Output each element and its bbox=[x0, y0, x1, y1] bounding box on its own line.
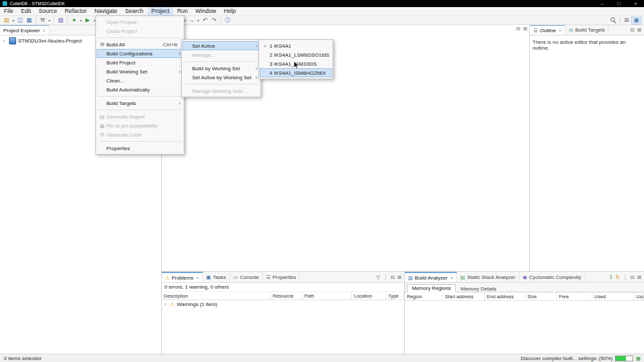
export-icon[interactable]: ↧ bbox=[609, 274, 613, 280]
menu-run[interactable]: Run bbox=[173, 7, 192, 15]
menu-item-set-active-by-working-set[interactable]: Set Active by Working Set › bbox=[182, 73, 260, 82]
chevron-right-icon[interactable]: › bbox=[3, 38, 7, 44]
view-menu-icon[interactable]: ⋮ bbox=[623, 274, 628, 280]
console-icon: ▭ bbox=[233, 274, 239, 280]
column-usage[interactable]: Usage (%) bbox=[634, 292, 644, 300]
column-start-address[interactable]: Start address bbox=[443, 292, 485, 300]
column-free[interactable]: Free bbox=[557, 292, 592, 300]
close-button[interactable]: × bbox=[627, 0, 644, 7]
forward-dropdown-icon[interactable]: ▾ bbox=[196, 16, 200, 24]
menu-project[interactable]: Project bbox=[148, 7, 173, 15]
tab-static-stack-analyzer[interactable]: ▤ Static Stack Analyzer bbox=[457, 272, 520, 282]
open-perspective-icon[interactable]: ⊞ bbox=[622, 16, 631, 24]
tab-console[interactable]: ▭ Console bbox=[230, 272, 263, 282]
tab-properties[interactable]: ☰ Properties bbox=[263, 272, 300, 282]
build-all-icon[interactable]: ⚒ bbox=[38, 16, 47, 24]
save-icon[interactable]: ◫ bbox=[15, 16, 24, 24]
menu-file[interactable]: File bbox=[0, 7, 17, 15]
redo-icon[interactable]: ↷ bbox=[210, 16, 219, 24]
menu-separator bbox=[99, 37, 181, 38]
close-icon[interactable]: × bbox=[559, 28, 562, 33]
maximize-icon[interactable]: ⊞ bbox=[637, 274, 641, 280]
menu-item-config-1[interactable]: ✓ 1 IKS4A1 bbox=[260, 41, 332, 50]
info-icon[interactable]: ⓘ bbox=[223, 16, 232, 24]
minimize-icon[interactable]: ⊟ bbox=[630, 274, 635, 280]
debug-icon[interactable]: ● bbox=[70, 16, 79, 24]
close-icon[interactable]: × bbox=[196, 275, 199, 281]
menu-item-build-automatically[interactable]: Build Automatically bbox=[97, 85, 183, 94]
menu-search[interactable]: Search bbox=[121, 7, 148, 15]
menu-navigate[interactable]: Navigate bbox=[91, 7, 122, 15]
active-perspective-icon[interactable]: ▣ bbox=[631, 15, 641, 24]
pin-compatibility-icon: ▦ bbox=[98, 123, 106, 129]
properties-icon: ☰ bbox=[266, 274, 271, 280]
submenu-arrow-icon: › bbox=[255, 43, 257, 49]
menu-window[interactable]: Window bbox=[191, 7, 220, 15]
close-icon[interactable]: × bbox=[43, 28, 46, 33]
tab-tasks[interactable]: ▣ Tasks bbox=[203, 272, 230, 282]
new-project-icon[interactable]: ▧ bbox=[56, 16, 65, 24]
menu-item-config-2[interactable]: 2 IKS4A1_LSM6DSO16IS bbox=[260, 50, 332, 59]
tab-outline[interactable]: ☰ Outline × bbox=[530, 24, 565, 35]
tab-properties-label: Properties bbox=[273, 274, 296, 280]
maximize-icon[interactable]: ⊞ bbox=[637, 27, 641, 33]
close-icon[interactable]: × bbox=[450, 275, 453, 281]
new-dropdown-icon[interactable]: ▾ bbox=[11, 16, 15, 24]
column-location[interactable]: Location bbox=[352, 292, 386, 300]
chevron-right-icon[interactable]: › bbox=[164, 301, 168, 307]
generate-code-icon: ⚙ bbox=[98, 132, 106, 138]
menu-refactor[interactable]: Refactor bbox=[61, 7, 91, 15]
debug-dropdown-icon[interactable]: ▾ bbox=[79, 16, 83, 24]
menu-item-build-targets[interactable]: Build Targets › bbox=[97, 99, 183, 108]
column-region[interactable]: Region bbox=[405, 292, 443, 300]
column-path[interactable]: Path bbox=[302, 292, 352, 300]
menu-item-build-by-working-set[interactable]: Build by Working Set › bbox=[182, 64, 260, 73]
build-dropdown-icon[interactable]: ▾ bbox=[47, 16, 52, 24]
column-size[interactable]: Size bbox=[525, 292, 557, 300]
maximize-button[interactable]: □ bbox=[610, 0, 627, 7]
menu-help[interactable]: Help bbox=[220, 7, 240, 15]
refresh-icon[interactable]: ↻ bbox=[616, 274, 620, 280]
menu-item-build-working-set[interactable]: Build Working Set › bbox=[97, 67, 183, 76]
menu-item-clean[interactable]: Clean... bbox=[97, 76, 183, 85]
problems-table-header: Description Resource Path Location Type bbox=[162, 292, 404, 300]
menu-item-build-all[interactable]: ⚒ Build All Ctrl+B bbox=[97, 40, 183, 49]
forward-icon[interactable]: → bbox=[187, 16, 196, 24]
minimize-icon[interactable]: ⊟ bbox=[391, 274, 395, 280]
view-menu-icon[interactable]: ⋮ bbox=[383, 274, 388, 280]
column-description[interactable]: Description bbox=[162, 292, 271, 300]
menu-item-properties[interactable]: Properties bbox=[97, 144, 183, 153]
tab-problems[interactable]: ⚠ Problems × bbox=[162, 272, 203, 282]
run-icon[interactable]: ▶ bbox=[83, 16, 92, 24]
menu-item-build-configurations[interactable]: Build Configurations › bbox=[97, 49, 183, 58]
column-end-address[interactable]: End address bbox=[485, 292, 525, 300]
minimize-icon[interactable]: ⊟ bbox=[516, 26, 521, 32]
tab-project-explorer[interactable]: Project Explorer × bbox=[0, 24, 50, 35]
column-type[interactable]: Type bbox=[386, 292, 404, 300]
minimize-button[interactable]: – bbox=[594, 0, 610, 7]
subtab-memory-regions[interactable]: Memory Regions bbox=[407, 284, 456, 292]
menu-item-build-project[interactable]: Build Project bbox=[97, 58, 183, 67]
menu-edit[interactable]: Edit bbox=[17, 7, 35, 15]
tab-build-analyzer[interactable]: ▥ Build Analyzer × bbox=[405, 272, 457, 282]
search-icon[interactable] bbox=[609, 16, 618, 24]
column-resource[interactable]: Resource bbox=[271, 292, 302, 300]
maximize-icon[interactable]: ⊞ bbox=[397, 274, 402, 280]
set-active-label: Set Active bbox=[192, 43, 257, 49]
subtab-memory-details[interactable]: Memory Details bbox=[456, 285, 501, 292]
jobs-icon[interactable]: ▦ bbox=[636, 356, 641, 361]
maximize-icon[interactable]: ⊞ bbox=[523, 26, 527, 32]
menu-source[interactable]: Source bbox=[35, 7, 61, 15]
menu-item-config-4[interactable]: 4 IKS4A1_ISM6HG256X bbox=[260, 68, 332, 77]
table-row-warnings[interactable]: › ⚠ Warnings (1 item) bbox=[162, 300, 404, 309]
undo-icon[interactable]: ↶ bbox=[200, 16, 210, 24]
tab-build-targets[interactable]: ◎ Build Targets bbox=[565, 24, 609, 35]
new-icon[interactable]: ▤ bbox=[2, 16, 11, 24]
column-used[interactable]: Used bbox=[592, 292, 634, 300]
minimize-icon[interactable]: ⊟ bbox=[630, 27, 635, 33]
editor-minmax: ⊟ ⊞ bbox=[516, 26, 527, 32]
save-all-icon[interactable]: ▦ bbox=[24, 16, 34, 24]
filter-icon[interactable]: ▽ bbox=[376, 274, 380, 280]
tab-cyclomatic-complexity[interactable]: ◉ Cyclomatic Complexity bbox=[520, 272, 585, 282]
menu-item-set-active[interactable]: Set Active › bbox=[182, 41, 260, 50]
